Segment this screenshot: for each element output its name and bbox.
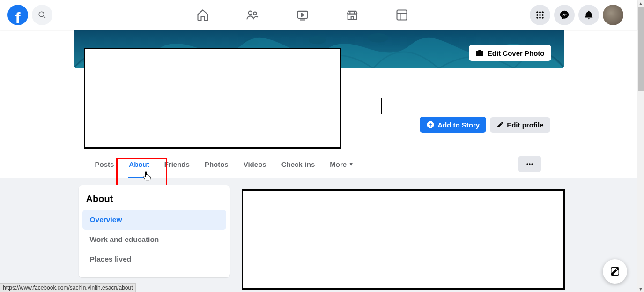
- profile-header: Add to Story Edit profile: [74, 68, 564, 150]
- svg-point-8: [539, 14, 541, 16]
- top-nav-center: [164, 0, 441, 30]
- browser-status-url: https://www.facebook.com/sachin.vinith.e…: [0, 283, 136, 292]
- scroll-up-arrow-icon[interactable]: ▲: [637, 0, 644, 7]
- top-nav-right: [530, 0, 631, 30]
- grid-icon: [535, 10, 545, 20]
- edit-profile-button[interactable]: Edit profile: [490, 117, 550, 133]
- account-avatar[interactable]: [603, 5, 623, 25]
- search-icon: [38, 11, 46, 19]
- tab-videos[interactable]: Videos: [236, 150, 274, 178]
- nav-watch[interactable]: [277, 2, 327, 28]
- nav-home[interactable]: [178, 2, 228, 28]
- about-item-overview[interactable]: Overview: [82, 210, 226, 230]
- compose-icon: [610, 266, 620, 277]
- tab-label: More: [330, 160, 347, 168]
- svg-point-0: [249, 11, 252, 15]
- svg-point-17: [526, 163, 528, 165]
- svg-point-19: [531, 163, 533, 165]
- about-item-places-lived[interactable]: Places lived: [82, 249, 226, 269]
- tab-label: Videos: [244, 160, 266, 168]
- svg-point-6: [542, 11, 544, 13]
- search-button[interactable]: [32, 5, 52, 25]
- edit-cover-photo-label: Edit Cover Photo: [488, 49, 545, 57]
- ellipsis-icon: [525, 159, 534, 169]
- tab-label: Photos: [205, 160, 229, 168]
- svg-point-10: [536, 17, 538, 19]
- plus-circle-icon: [426, 120, 435, 129]
- tab-photos[interactable]: Photos: [197, 150, 236, 178]
- about-item-work-education[interactable]: Work and education: [82, 230, 226, 249]
- svg-point-13: [309, 36, 326, 45]
- svg-point-7: [536, 14, 538, 16]
- about-title: About: [79, 194, 230, 210]
- add-to-story-label: Add to Story: [437, 121, 480, 129]
- about-item-label: Overview: [90, 216, 122, 224]
- messenger-button[interactable]: [554, 5, 575, 25]
- bell-icon: [584, 10, 594, 20]
- svg-point-5: [539, 11, 541, 13]
- tab-posts[interactable]: Posts: [88, 150, 122, 178]
- nav-groups[interactable]: [377, 2, 427, 28]
- profile-actions: Add to Story Edit profile: [420, 117, 550, 133]
- friends-icon: [246, 8, 259, 22]
- marketplace-icon: [346, 8, 359, 22]
- tab-about[interactable]: About: [121, 150, 156, 178]
- profile-section: Edit Cover Photo Add to Story Edit profi…: [0, 30, 637, 178]
- svg-point-1: [254, 12, 257, 15]
- redaction-box-2: [242, 189, 565, 290]
- svg-point-12: [542, 17, 544, 19]
- tab-label: Friends: [164, 160, 190, 168]
- scroll-thumb[interactable]: [638, 7, 644, 91]
- about-item-label: Places lived: [90, 255, 132, 263]
- svg-point-9: [542, 14, 544, 16]
- edit-cover-photo-button[interactable]: Edit Cover Photo: [469, 45, 551, 61]
- cover-area: Edit Cover Photo Add to Story Edit profi…: [74, 30, 564, 178]
- about-item-label: Work and education: [90, 235, 159, 243]
- watch-icon: [296, 8, 309, 22]
- top-nav-left: [0, 5, 52, 25]
- svg-rect-3: [397, 10, 407, 20]
- edit-profile-label: Edit profile: [507, 121, 543, 129]
- notifications-button[interactable]: [578, 5, 599, 25]
- svg-point-4: [536, 11, 538, 13]
- nav-friends[interactable]: [228, 2, 277, 28]
- add-to-story-button[interactable]: Add to Story: [420, 117, 486, 133]
- tab-label: Check-ins: [281, 160, 315, 168]
- chevron-down-icon: ▼: [348, 161, 354, 167]
- redaction-box-1: [84, 48, 341, 149]
- svg-point-11: [539, 17, 541, 19]
- messenger-icon: [559, 10, 570, 20]
- home-icon: [196, 8, 209, 22]
- nav-marketplace[interactable]: [327, 2, 377, 28]
- about-sidebar-card: About Overview Work and education Places…: [79, 185, 230, 277]
- tab-check-ins[interactable]: Check-ins: [274, 150, 323, 178]
- groups-icon: [395, 8, 408, 22]
- tab-label: Posts: [95, 160, 114, 168]
- facebook-logo[interactable]: [7, 5, 28, 25]
- camera-icon: [475, 49, 484, 57]
- svg-point-18: [529, 163, 530, 165]
- menu-button[interactable]: [530, 5, 550, 25]
- tab-friends[interactable]: Friends: [157, 150, 197, 178]
- profile-tabs: Posts About Friends Photos Videos Check-…: [74, 150, 564, 178]
- tab-label: About: [129, 160, 149, 168]
- compose-fab[interactable]: [603, 259, 627, 284]
- top-nav-bar: [0, 0, 637, 30]
- text-cursor: [381, 98, 382, 114]
- profile-more-options-button[interactable]: [518, 156, 541, 172]
- tab-more[interactable]: More▼: [322, 150, 361, 178]
- vertical-scrollbar[interactable]: ▲ ▼: [637, 0, 644, 292]
- pencil-icon: [496, 121, 504, 128]
- svg-point-14: [368, 33, 388, 43]
- scroll-down-arrow-icon[interactable]: ▼: [637, 285, 644, 292]
